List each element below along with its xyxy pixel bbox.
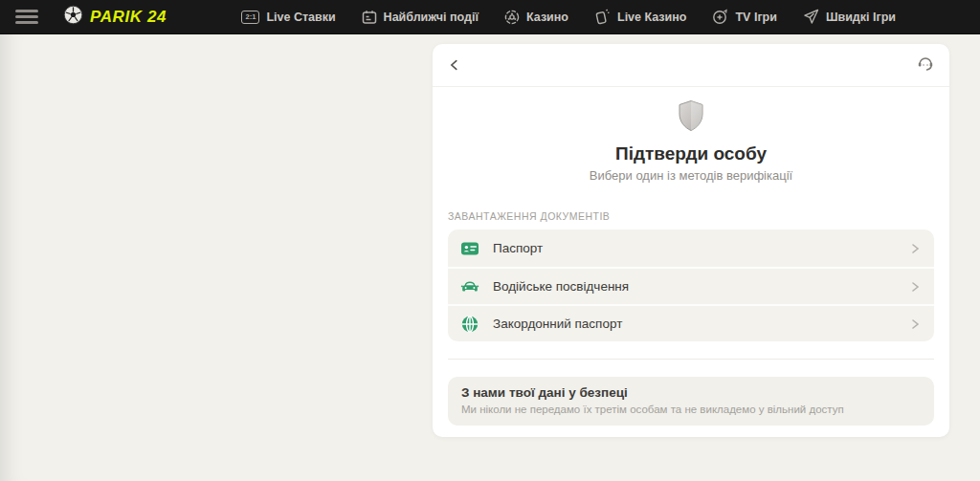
- method-label: Паспорт: [493, 241, 543, 255]
- back-button[interactable]: [447, 53, 472, 77]
- method-label: Закордонний паспорт: [493, 317, 622, 331]
- brand-logo[interactable]: PARIK 24: [63, 5, 167, 29]
- nav-item-live-casino[interactable]: Live Казино: [594, 9, 686, 25]
- security-notice: З нами твої дані у безпеці Ми ніколи не …: [448, 377, 934, 426]
- nav-item-fast-games[interactable]: Швидкі Ігри: [803, 9, 896, 25]
- nav-item-casino[interactable]: Казино: [504, 10, 568, 25]
- panel-header: [433, 44, 949, 87]
- panel-title: Підтверди особу: [433, 143, 949, 164]
- section-label-document-upload: ЗАВАНТАЖЕННЯ ДОКУМЕНТІВ: [448, 210, 934, 222]
- nav-label: TV Ігри: [735, 11, 776, 24]
- chevron-right-icon: [908, 242, 922, 255]
- verification-methods-list: Паспорт: [448, 230, 934, 341]
- headset-icon: [916, 54, 935, 77]
- live-bets-icon: 2:1: [241, 11, 259, 24]
- nav-item-live-bets[interactable]: 2:1 Live Ставки: [241, 11, 335, 24]
- calendar-icon: [362, 10, 377, 25]
- main-navigation: 2:1 Live Ставки Найближчі події: [241, 9, 896, 25]
- method-row-passport[interactable]: Паспорт: [448, 230, 934, 267]
- nav-item-upcoming-events[interactable]: Найближчі події: [362, 10, 479, 25]
- method-row-driver-license[interactable]: Водійське посвідчення: [448, 267, 934, 304]
- support-button[interactable]: [910, 53, 935, 77]
- casino-chip-icon: [504, 10, 520, 25]
- panel-subtitle: Вибери один із методів верифікації: [433, 168, 949, 183]
- nav-label: Швидкі Ігри: [826, 11, 896, 24]
- security-notice-title: З нами твої дані у безпеці: [461, 385, 921, 400]
- live-casino-cards-icon: [594, 9, 611, 25]
- chevron-right-icon: [908, 317, 922, 331]
- nav-label: Казино: [526, 11, 568, 24]
- fast-games-icon: [803, 9, 819, 25]
- soccer-ball-icon: [63, 5, 83, 29]
- nav-label: Live Ставки: [266, 11, 335, 24]
- chevron-right-icon: [908, 280, 922, 294]
- shield-icon: [433, 99, 949, 136]
- method-label: Водійське посвідчення: [493, 279, 629, 294]
- id-card-icon: [460, 239, 479, 258]
- nav-item-tv-games[interactable]: TV Ігри: [712, 9, 776, 25]
- nav-label: Live Казино: [617, 11, 686, 24]
- brand-logo-text: PARIK 24: [90, 8, 167, 27]
- verification-panel: Підтверди особу Вибери один із методів в…: [433, 44, 949, 437]
- security-notice-subtitle: Ми ніколи не передамо їх третім особам т…: [461, 404, 921, 415]
- page-background: Підтверди особу Вибери один із методів в…: [0, 34, 980, 481]
- section-divider: [448, 359, 934, 360]
- globe-icon: [460, 315, 479, 334]
- hamburger-menu-icon[interactable]: [15, 10, 38, 24]
- panel-hero: Підтверди особу Вибери один із методів в…: [433, 99, 949, 183]
- top-navigation-bar: PARIK 24 2:1 Live Ставки Найближчі події: [0, 0, 980, 34]
- tv-games-icon: [712, 9, 728, 25]
- nav-label: Найближчі події: [384, 11, 479, 24]
- method-row-foreign-passport[interactable]: Закордонний паспорт: [448, 304, 934, 341]
- car-icon: [460, 277, 479, 296]
